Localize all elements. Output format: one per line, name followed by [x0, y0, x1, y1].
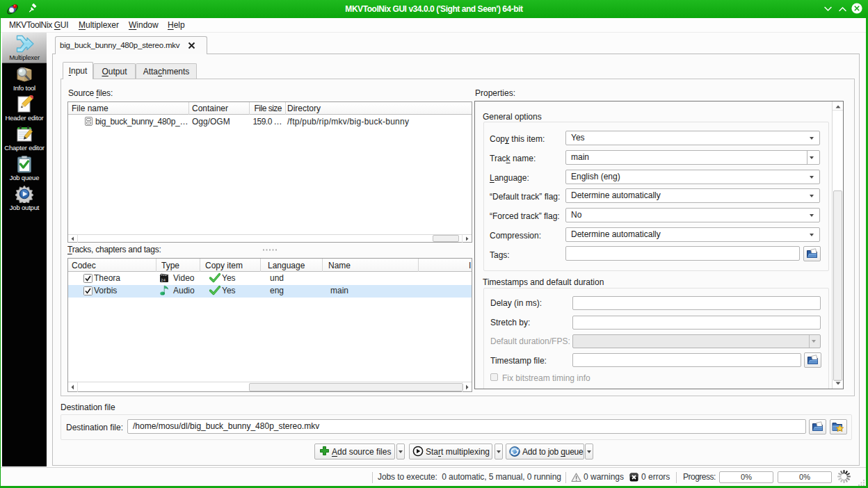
svg-text:2:4: 2:4 — [161, 279, 166, 282]
